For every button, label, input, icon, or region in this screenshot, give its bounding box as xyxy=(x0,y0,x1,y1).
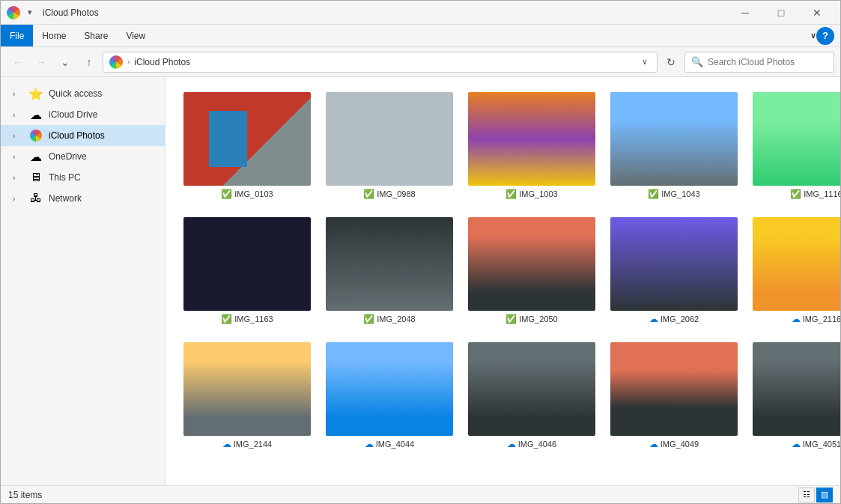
title-dropdown-button[interactable]: ▾ xyxy=(25,6,35,19)
address-path[interactable]: › iCloud Photos ∨ xyxy=(103,52,658,73)
photo-filename: IMG_1163 xyxy=(234,315,273,324)
photo-thumbnail xyxy=(326,342,453,436)
search-icon: 🔍 xyxy=(691,56,703,67)
forward-button[interactable]: → xyxy=(31,52,52,73)
photo-name: ✅IMG_1003 xyxy=(505,189,557,199)
sidebar-item-label: This PC xyxy=(49,172,81,183)
photo-name: ☁IMG_2116 xyxy=(792,314,840,324)
computer-icon: 🖥 xyxy=(29,171,43,184)
photo-thumbnail xyxy=(610,217,738,311)
photo-item[interactable]: ✅IMG_2048 xyxy=(323,214,456,327)
sidebar-item-onedrive[interactable]: › ☁ OneDrive xyxy=(1,146,165,167)
photo-item[interactable]: ✅IMG_1003 xyxy=(465,89,598,202)
maximize-button[interactable]: □ xyxy=(764,1,798,25)
photo-thumbnail xyxy=(753,342,840,436)
photo-item[interactable]: ☁IMG_2144 xyxy=(180,339,314,452)
forward-dropdown-button[interactable]: ⌄ xyxy=(55,52,76,73)
photo-item[interactable]: ☁IMG_4049 xyxy=(607,339,741,452)
photo-name: ✅IMG_1043 xyxy=(648,189,699,199)
sidebar-item-label: iCloud Drive xyxy=(49,109,97,120)
back-button[interactable]: ← xyxy=(7,52,28,73)
main-area: › ⭐ Quick access › ☁ iCloud Drive › iClo… xyxy=(1,77,840,485)
photo-item[interactable]: ☁IMG_2062 xyxy=(607,214,741,327)
sidebar: › ⭐ Quick access › ☁ iCloud Drive › iClo… xyxy=(1,77,166,485)
icloud-drive-icon: ☁ xyxy=(29,108,43,121)
minimize-button[interactable]: ─ xyxy=(728,1,762,25)
photo-filename: IMG_4044 xyxy=(376,440,414,449)
photo-grid: ✅IMG_0103✅IMG_0988✅IMG_1003✅IMG_1043✅IMG… xyxy=(180,89,825,452)
photo-item[interactable]: ☁IMG_4051 xyxy=(750,339,840,452)
photo-thumbnail xyxy=(610,342,738,436)
synced-icon: ✅ xyxy=(648,189,659,199)
photo-filename: IMG_2116 xyxy=(803,315,840,324)
photo-filename: IMG_2050 xyxy=(519,315,557,324)
cloud-sync-icon: ☁ xyxy=(222,439,231,449)
sidebar-item-this-pc[interactable]: › 🖥 This PC xyxy=(1,167,165,188)
close-button[interactable]: ✕ xyxy=(800,1,834,25)
photo-thumbnail xyxy=(326,217,453,311)
photo-thumbnail xyxy=(468,342,595,436)
menu-file[interactable]: File xyxy=(1,25,33,46)
menu-home[interactable]: Home xyxy=(33,25,75,46)
photo-name: ✅IMG_2050 xyxy=(505,314,557,324)
photo-filename: IMG_0988 xyxy=(377,189,415,198)
sidebar-item-icloud-drive[interactable]: › ☁ iCloud Drive xyxy=(1,104,165,125)
synced-icon: ✅ xyxy=(505,314,517,324)
photo-name: ☁IMG_4046 xyxy=(507,439,556,449)
sidebar-item-quick-access[interactable]: › ⭐ Quick access xyxy=(1,83,165,104)
sidebar-item-label: Network xyxy=(49,193,82,204)
search-input[interactable] xyxy=(708,57,828,67)
photo-thumbnail xyxy=(753,217,840,311)
photo-filename: IMG_4046 xyxy=(518,440,556,449)
photo-item[interactable]: ✅IMG_1043 xyxy=(607,89,741,202)
list-view-button[interactable]: ☷ xyxy=(798,488,815,503)
photo-thumbnail xyxy=(753,92,840,186)
photo-name: ☁IMG_2062 xyxy=(649,314,699,324)
sidebar-item-label: OneDrive xyxy=(49,151,87,162)
photo-thumbnail xyxy=(183,217,311,311)
synced-icon: ✅ xyxy=(790,189,801,199)
sidebar-item-network[interactable]: › 🖧 Network xyxy=(1,188,165,209)
photo-filename: IMG_1116 xyxy=(804,189,840,198)
synced-icon: ✅ xyxy=(221,189,232,199)
cloud-sync-icon: ☁ xyxy=(649,314,658,324)
network-icon: 🖧 xyxy=(29,192,43,205)
menu-bar: File Home Share View ∨ ? xyxy=(1,25,840,47)
sidebar-item-label: iCloud Photos xyxy=(49,130,105,141)
window: ▾ iCloud Photos ─ □ ✕ File Home Share Vi… xyxy=(0,0,841,504)
sidebar-item-label: Quick access xyxy=(49,88,102,99)
title-bar: ▾ iCloud Photos ─ □ ✕ xyxy=(1,1,840,25)
photo-thumbnail xyxy=(468,92,595,186)
photo-filename: IMG_2048 xyxy=(377,315,415,324)
item-count: 15 items xyxy=(8,490,42,500)
photo-item[interactable]: ✅IMG_0988 xyxy=(323,89,456,202)
menu-view[interactable]: View xyxy=(117,25,154,46)
photo-item[interactable]: ✅IMG_1116 xyxy=(750,89,840,202)
photo-filename: IMG_4051 xyxy=(803,440,840,449)
status-bar: 15 items ☷ ▧ xyxy=(1,485,840,503)
grid-view-button[interactable]: ▧ xyxy=(816,488,833,503)
photo-name: ☁IMG_4049 xyxy=(649,439,699,449)
menu-chevron-icon[interactable]: ∨ xyxy=(810,31,816,40)
photo-item[interactable]: ☁IMG_2116 xyxy=(750,214,840,327)
photo-filename: IMG_1003 xyxy=(519,189,557,198)
onedrive-icon: ☁ xyxy=(29,150,43,163)
content-area: ✅IMG_0103✅IMG_0988✅IMG_1003✅IMG_1043✅IMG… xyxy=(166,77,840,485)
photo-thumbnail xyxy=(326,92,453,186)
photo-item[interactable]: ✅IMG_0103 xyxy=(180,89,314,202)
photo-item[interactable]: ☁IMG_4046 xyxy=(465,339,598,452)
synced-icon: ✅ xyxy=(363,189,374,199)
window-title: iCloud Photos xyxy=(40,7,723,18)
sidebar-item-icloud-photos[interactable]: › iCloud Photos xyxy=(1,125,165,146)
photo-item[interactable]: ✅IMG_2050 xyxy=(465,214,598,327)
synced-icon: ✅ xyxy=(363,314,374,324)
menu-share[interactable]: Share xyxy=(75,25,117,46)
photo-name: ✅IMG_1163 xyxy=(221,314,273,324)
refresh-button[interactable]: ↻ xyxy=(661,52,681,73)
up-button[interactable]: ↑ xyxy=(79,52,100,73)
path-dropdown-button[interactable]: ∨ xyxy=(639,57,651,67)
help-button[interactable]: ? xyxy=(816,27,834,45)
photo-item[interactable]: ✅IMG_1163 xyxy=(180,214,314,327)
photo-item[interactable]: ☁IMG_4044 xyxy=(323,339,456,452)
photo-thumbnail xyxy=(468,217,595,311)
